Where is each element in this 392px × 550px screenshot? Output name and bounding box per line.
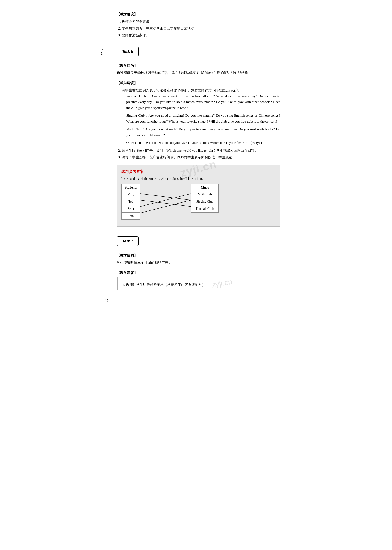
section-header-5: 【教学建议】 [117, 270, 280, 276]
section-list-3: 请学生看社团的列表，讨论会选择哪个参加。然后教师针对不同社团进行提问： Foot… [117, 87, 280, 160]
answer-instruction: Listen and match the students with the c… [121, 176, 275, 182]
section5-bar-container: 教师让学生明确任务要求（根据所了内容划线配对）。 zyji.cn [117, 277, 280, 289]
student-mary: Mary [121, 191, 140, 198]
student-scott: Scott [121, 205, 140, 212]
section-list-5: 教师让学生明确任务要求（根据所了内容划线配对）。 zyji.cn [121, 277, 280, 289]
students-col: Students Mary Ted Scott Tom [121, 184, 140, 220]
section-header-3: 【教学建议】 [117, 80, 280, 86]
match-svg [140, 184, 191, 221]
match-lines [140, 184, 191, 223]
section-header-2: 【教学目的】 [117, 63, 280, 69]
task7-container: Task 7 [117, 232, 280, 249]
item1-prefix: 请学生看社团的列表，讨论会选择哪个参加。然后教师针对不同社团进行提问： [122, 88, 243, 92]
clubs-header: Clubs [191, 184, 219, 191]
football-club-text: Football Club：Does anyone want to join t… [126, 93, 280, 111]
svg-line-2 [140, 194, 191, 206]
section-body-2: 通过阅读关于学校社团活动的广告，学生能够理解有关描述学校生活的词语和句型结构。 [117, 70, 280, 76]
club-football: Football Club [191, 205, 219, 212]
page: L 2 【教学建议】 教师介绍任务要求。 学生独立思考，并主动谈论自己学校的日常… [98, 0, 294, 308]
task6-container: Task 6 [117, 42, 280, 60]
section-header-4: 【教学目的】 [117, 253, 280, 259]
section-jianyi-1: 【教学建议】 教师介绍任务要求。 学生独立思考，并主动谈论自己学校的日常活动。 … [117, 12, 280, 38]
list-item: 学生独立思考，并主动谈论自己学校的日常活动。 [122, 26, 280, 32]
sidebar-label: L 2 [100, 46, 103, 56]
match-diagram: Students Mary Ted Scott Tom [121, 184, 275, 223]
club-math: Math Club [191, 191, 219, 198]
section-mudi-2: 【教学目的】 通过阅读关于学校社团活动的广告，学生能够理解有关描述学校生活的词语… [117, 63, 280, 76]
singing-club-text: Singing Club：Are you good at singing? Do… [126, 113, 280, 125]
list-item-1: 请学生看社团的列表，讨论会选择哪个参加。然后教师针对不同社团进行提问： Foot… [122, 87, 280, 146]
task7-label: Task 7 [117, 236, 139, 246]
task6-label: Task 6 [117, 47, 139, 56]
svg-line-3 [140, 200, 191, 213]
page-number: 10 [105, 298, 108, 303]
list-item-3: 请每个学生选择一段广告进行朗读。教师向学生展示如何朗读，学生跟读。 [122, 155, 280, 160]
math-club-text: Math Club：Are you good at math? Do you p… [126, 126, 280, 138]
sidebar-l: L [100, 46, 103, 51]
list-item: 教师作适当点评。 [122, 33, 280, 38]
section-jianyi-5: 【教学建议】 教师让学生明确任务要求（根据所了内容划线配对）。 zyji.cn [117, 270, 280, 290]
watermark2: zyji.cn [211, 275, 233, 291]
item5-1-text: 教师让学生明确任务要求（根据所了内容划线配对）。 [126, 283, 209, 287]
svg-line-0 [140, 194, 191, 200]
list-item-5-1: 教师让学生明确任务要求（根据所了内容划线配对）。 zyji.cn [126, 277, 280, 289]
item1-paragraphs: Football Club：Does anyone want to join t… [126, 93, 280, 146]
clubs-col: Clubs Math Club Singing Club Football Cl… [191, 184, 219, 212]
student-ted: Ted [121, 198, 140, 205]
section-header-1: 【教学建议】 [117, 12, 280, 18]
list-item-2: 请学生阅读三则广告。提问：Which one would you like to… [122, 148, 280, 154]
other-clubs-text: Other clubs：What other clubs do you have… [126, 140, 280, 146]
students-header: Students [121, 184, 140, 191]
section-body-4: 学生能够听懂三个社团的招聘广告。 [117, 260, 280, 266]
student-tom: Tom [121, 212, 140, 220]
club-singing: Singing Club [191, 198, 219, 205]
answer-box: zyji.cn 练习参考答案 Listen and match the stud… [117, 165, 280, 227]
sidebar-2: 2 [101, 51, 103, 56]
section-mudi-4: 【教学目的】 学生能够听懂三个社团的招聘广告。 [117, 253, 280, 266]
svg-line-1 [140, 200, 191, 206]
section-list-1: 教师介绍任务要求。 学生独立思考，并主动谈论自己学校的日常活动。 教师作适当点评… [117, 19, 280, 38]
section-jianyi-2: 【教学建议】 请学生看社团的列表，讨论会选择哪个参加。然后教师针对不同社团进行提… [117, 80, 280, 160]
answer-box-title: 练习参考答案 [121, 169, 275, 175]
list-item: 教师介绍任务要求。 [122, 19, 280, 25]
